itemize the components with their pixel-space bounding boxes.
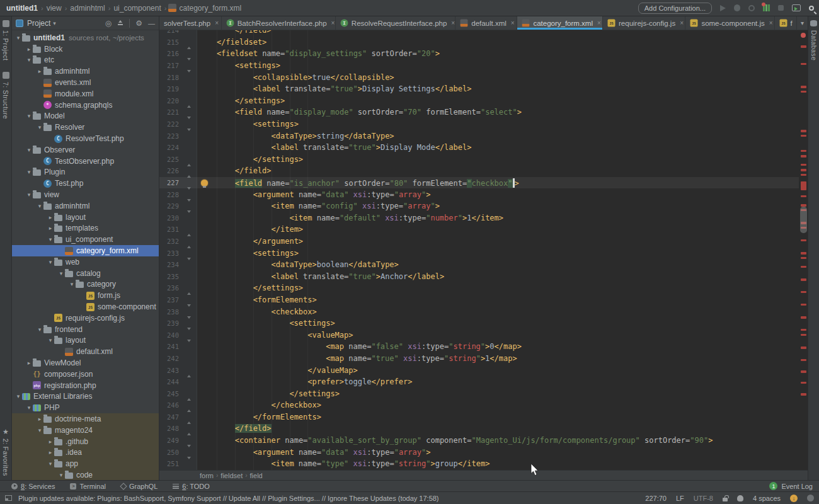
tree-item[interactable]: ▾External Libraries bbox=[12, 391, 159, 403]
tree-item[interactable]: ▾Plugin bbox=[12, 167, 159, 178]
code-line[interactable]: 249<container name="available_sort_by_gr… bbox=[159, 435, 799, 447]
error-stripe-mark[interactable] bbox=[801, 239, 806, 241]
tree-chevron-icon[interactable]: ▾ bbox=[47, 461, 54, 467]
tree-chevron-icon[interactable]: ▾ bbox=[25, 404, 33, 411]
tree-item[interactable]: ▸adminhtml bbox=[12, 66, 159, 77]
error-stripe-mark[interactable] bbox=[801, 266, 806, 268]
code-line[interactable]: 216<fieldset name="display_settings" sor… bbox=[159, 48, 799, 60]
tree-chevron-icon[interactable]: ▾ bbox=[57, 472, 65, 478]
tree-item[interactable]: ▾category bbox=[12, 279, 159, 290]
code-line[interactable]: 242<map name="true" xsi:type="string">1<… bbox=[159, 353, 799, 365]
editor-breadcrumb-item[interactable]: form bbox=[200, 472, 214, 479]
tree-chevron-icon[interactable]: ▾ bbox=[47, 337, 54, 343]
tree-item[interactable]: ▾adminhtml bbox=[12, 200, 159, 212]
error-stripe-mark[interactable] bbox=[801, 329, 806, 331]
tree-item[interactable]: ▾catalog bbox=[12, 268, 159, 279]
tree-item[interactable]: ▾magento24 bbox=[12, 425, 159, 436]
code-line[interactable]: 214</field> bbox=[159, 30, 799, 37]
error-stripe-mark[interactable] bbox=[801, 130, 806, 132]
tree-chevron-icon[interactable]: ▸ bbox=[25, 46, 33, 52]
tree-chevron-icon[interactable]: ▾ bbox=[57, 270, 65, 277]
tree-item[interactable]: ▸.idea bbox=[12, 447, 159, 458]
tree-item[interactable]: form.js bbox=[12, 290, 159, 301]
tree-item[interactable]: events.xml bbox=[12, 77, 159, 88]
tree-item[interactable]: ▾etc bbox=[12, 55, 159, 66]
tree-chevron-icon[interactable]: ▾ bbox=[47, 236, 54, 243]
tree-chevron-icon[interactable]: ▾ bbox=[36, 427, 43, 433]
error-stripe-mark[interactable] bbox=[801, 164, 806, 166]
code-line[interactable]: 238<checkbox> bbox=[159, 306, 799, 318]
editor[interactable]: 214</field>215</fieldset>216<fieldset na… bbox=[159, 30, 808, 470]
settings-gear-icon[interactable]: ⚙ bbox=[135, 20, 142, 27]
close-icon[interactable]: × bbox=[769, 20, 773, 26]
error-stripe-mark[interactable] bbox=[801, 291, 806, 293]
error-stripe-mark[interactable] bbox=[801, 86, 806, 88]
tree-item[interactable]: ▾Resolver bbox=[12, 122, 159, 133]
code-line[interactable]: 230<item name="default" xsi:type="number… bbox=[159, 212, 799, 224]
tree-chevron-icon[interactable]: ▾ bbox=[36, 124, 43, 130]
status-message[interactable]: Plugin updates available: Plugins: BashS… bbox=[18, 495, 439, 502]
code-line[interactable]: 245</settings> bbox=[159, 387, 799, 399]
code-line[interactable]: 218<collapsible>true</collapsible> bbox=[159, 71, 799, 83]
tree-chevron-icon[interactable]: ▾ bbox=[14, 35, 22, 41]
code-line[interactable]: 228<argument name="data" xsi:type="array… bbox=[159, 188, 799, 200]
tree-item[interactable]: ▾view bbox=[12, 189, 159, 200]
tree-chevron-icon[interactable]: ▸ bbox=[36, 416, 43, 422]
tool-button[interactable]: ★2: Favorites bbox=[2, 428, 9, 476]
error-stripe-mark[interactable] bbox=[801, 150, 806, 152]
code-line[interactable]: 227<field name="is_anchor" sortOrder="80… bbox=[159, 177, 799, 189]
add-configuration-button[interactable]: Add Configuration... bbox=[638, 3, 712, 14]
close-icon[interactable]: × bbox=[451, 20, 455, 26]
code-line[interactable]: 219<label translate="true">Display Setti… bbox=[159, 83, 799, 95]
tree-chevron-icon[interactable]: ▾ bbox=[25, 57, 33, 63]
code-line[interactable]: 221<field name="display_mode" sortOrder=… bbox=[159, 106, 799, 118]
scrollbar-thumb[interactable] bbox=[800, 207, 807, 233]
chevron-down-icon[interactable]: ▾ bbox=[53, 20, 56, 26]
editor-tab[interactable]: requirejs-config.js× bbox=[603, 16, 685, 30]
code-line[interactable]: 251<item name="type" xsi:type="string">g… bbox=[159, 458, 799, 470]
debug-icon[interactable] bbox=[734, 4, 740, 11]
tree-chevron-icon[interactable]: ▾ bbox=[36, 203, 43, 209]
error-stripe-mark[interactable] bbox=[801, 334, 806, 336]
error-stripe-mark[interactable] bbox=[801, 346, 806, 349]
tree-item[interactable]: registration.php bbox=[12, 380, 159, 391]
code-line[interactable]: 244<prefer>toggle</prefer> bbox=[159, 376, 799, 388]
tool-button-todo[interactable]: 6: TODO bbox=[173, 483, 210, 490]
tree-item[interactable]: default.xml bbox=[12, 346, 159, 357]
tree-item[interactable]: composer.json bbox=[12, 369, 159, 380]
tree-item[interactable]: ▾frontend bbox=[12, 324, 159, 335]
code-line[interactable]: 240<valueMap> bbox=[159, 329, 799, 341]
tree-item[interactable]: ▾code bbox=[12, 469, 159, 480]
code-line[interactable]: 243</valueMap> bbox=[159, 364, 799, 376]
tree-chevron-icon[interactable]: ▸ bbox=[47, 438, 54, 445]
tree-item[interactable]: ▾app bbox=[12, 458, 159, 469]
tree-chevron-icon[interactable]: ▸ bbox=[47, 214, 54, 220]
tree-chevron-icon[interactable]: ▾ bbox=[25, 113, 33, 119]
coverage-icon[interactable] bbox=[748, 5, 755, 11]
tree-chevron-icon[interactable]: ▾ bbox=[47, 259, 54, 265]
tree-chevron-icon[interactable]: ▸ bbox=[47, 449, 54, 455]
tree-item[interactable]: ▾Observer bbox=[12, 144, 159, 156]
tree-item[interactable]: schema.graphqls bbox=[12, 100, 159, 111]
tree-item[interactable]: ▸layout bbox=[12, 212, 159, 223]
error-stripe-mark[interactable] bbox=[801, 169, 806, 171]
plugin-update-icon[interactable] bbox=[790, 495, 798, 502]
tree-chevron-icon[interactable]: ▾ bbox=[68, 281, 76, 287]
error-stripe-mark[interactable] bbox=[801, 257, 806, 259]
error-stripe-mark[interactable] bbox=[801, 91, 806, 93]
code-line[interactable]: 234<dataType>boolean</dataType> bbox=[159, 259, 799, 271]
tree-item[interactable]: some-component bbox=[12, 301, 159, 312]
tool-button[interactable]: 1: Project bbox=[2, 20, 9, 60]
tree-item[interactable]: ▾Model bbox=[12, 111, 159, 122]
code-line[interactable]: 225</settings> bbox=[159, 154, 799, 166]
caret-position[interactable]: 227:70 bbox=[645, 495, 667, 502]
intention-bulb-icon[interactable] bbox=[201, 180, 208, 186]
code-line[interactable]: 217<settings> bbox=[159, 60, 799, 72]
close-icon[interactable]: × bbox=[215, 20, 219, 26]
code-line[interactable]: 224<label translate="true">Display Mode<… bbox=[159, 142, 799, 154]
tree-item[interactable]: ▸ViewModel bbox=[12, 357, 159, 369]
error-stripe-mark[interactable] bbox=[801, 382, 806, 384]
tree-item[interactable]: requirejs-config.js bbox=[12, 312, 159, 324]
error-stripe-mark[interactable] bbox=[801, 316, 806, 319]
tool-window-toggle-icon[interactable] bbox=[5, 495, 12, 501]
